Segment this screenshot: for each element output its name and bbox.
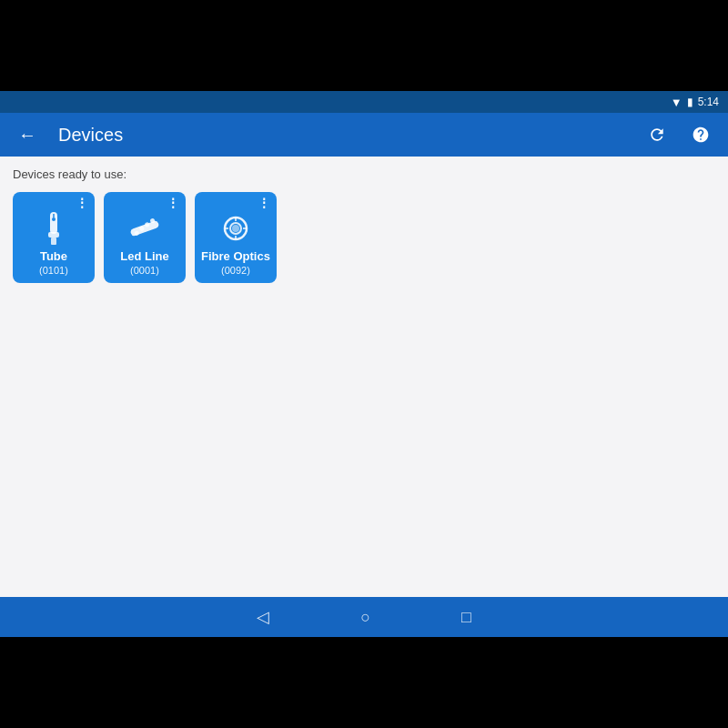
device-card-tube[interactable]: ⋮ Tube (0101) xyxy=(13,192,95,283)
device-card-ledline[interactable]: ⋮ Led Line (0001) xyxy=(104,192,186,283)
tube-icon-area xyxy=(34,207,74,249)
ledline-icon-area xyxy=(125,207,165,249)
fibreoptics-icon-area xyxy=(216,207,256,249)
back-button[interactable]: ← xyxy=(11,118,44,151)
refresh-button[interactable] xyxy=(641,118,673,151)
battery-icon: ▮ xyxy=(687,96,693,108)
main-content: Devices ready to use: ⋮ Tube xyxy=(0,157,728,597)
page-title: Devices xyxy=(58,125,123,146)
help-button[interactable] xyxy=(684,118,717,151)
status-bar: ▼ ▮ 5:14 xyxy=(0,91,728,113)
app-bar-right xyxy=(641,118,717,151)
time-display: 5:14 xyxy=(698,96,719,108)
svg-rect-5 xyxy=(130,219,160,236)
svg-rect-1 xyxy=(48,232,59,238)
nav-recent-button[interactable]: □ xyxy=(461,608,471,627)
section-label: Devices ready to use: xyxy=(13,167,715,181)
nav-back-button[interactable]: ◁ xyxy=(257,607,269,627)
nav-home-button[interactable]: ○ xyxy=(360,608,370,627)
devices-grid: ⋮ Tube (0101) xyxy=(13,192,715,283)
tube-code: (0101) xyxy=(39,265,68,276)
tube-icon xyxy=(34,208,74,248)
svg-rect-2 xyxy=(51,238,56,245)
device-card-fibreoptics[interactable]: ⋮ Fibre Optics (0092) xyxy=(195,192,277,283)
svg-point-3 xyxy=(52,217,56,221)
status-icons: ▼ ▮ 5:14 xyxy=(671,96,719,109)
fibreoptics-icon xyxy=(216,208,256,248)
tube-name: Tube xyxy=(40,249,67,264)
fibreoptics-label-group: Fibre Optics (0092) xyxy=(201,249,270,276)
ledline-icon xyxy=(125,208,165,248)
ledline-menu-icon[interactable]: ⋮ xyxy=(167,197,180,209)
ledline-code: (0001) xyxy=(130,265,159,276)
fibreoptics-code: (0092) xyxy=(221,265,250,276)
tube-menu-icon[interactable]: ⋮ xyxy=(76,197,89,209)
fibreoptics-menu-icon[interactable]: ⋮ xyxy=(258,197,271,209)
fibreoptics-name: Fibre Optics xyxy=(201,249,270,264)
refresh-icon xyxy=(648,126,666,144)
app-bar: ← Devices xyxy=(0,113,728,157)
help-icon xyxy=(692,126,710,144)
wifi-icon: ▼ xyxy=(671,96,682,109)
svg-point-16 xyxy=(232,225,239,232)
ledline-label-group: Led Line (0001) xyxy=(120,249,168,276)
tube-label-group: Tube (0101) xyxy=(39,249,68,276)
nav-bar: ◁ ○ □ xyxy=(0,597,728,637)
app-bar-left: ← Devices xyxy=(11,118,123,151)
ledline-name: Led Line xyxy=(120,249,168,264)
